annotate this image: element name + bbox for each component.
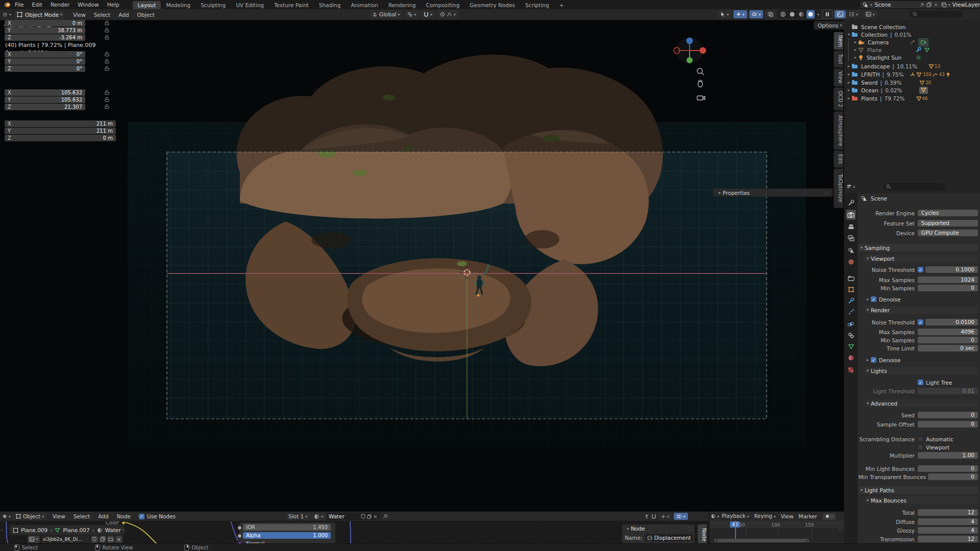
menu-edit[interactable]: Edit bbox=[28, 0, 46, 9]
lock-icon[interactable] bbox=[105, 28, 109, 34]
outliner-filter-dropdown[interactable]: ▾ bbox=[863, 10, 877, 18]
timeline-track-area[interactable] bbox=[709, 528, 844, 539]
timeline-ruler[interactable]: 50 100 150 40 bbox=[709, 521, 844, 529]
feature-set-dropdown[interactable]: Supported bbox=[918, 220, 978, 227]
sidebar-tab-view[interactable]: View bbox=[834, 68, 843, 87]
playhead-line[interactable] bbox=[735, 521, 736, 539]
workspace-tab-modeling[interactable]: Modeling bbox=[161, 1, 195, 10]
outliner-search-input[interactable] bbox=[910, 11, 963, 18]
max-samples-field[interactable]: 1024 bbox=[918, 277, 978, 283]
proportional-editing-toggle[interactable]: ▾ bbox=[437, 10, 458, 18]
viewport-3d-scene[interactable] bbox=[0, 20, 844, 511]
tab-particles[interactable] bbox=[846, 307, 856, 317]
lock-icon[interactable] bbox=[105, 97, 109, 103]
scene-selector[interactable]: ▾ Scene × bbox=[861, 1, 940, 8]
selectability-visibility-dropdown[interactable]: ▾ bbox=[718, 10, 731, 18]
editor-type-button[interactable]: ▾ bbox=[3, 11, 11, 19]
shading-rendered-icon[interactable] bbox=[806, 10, 815, 18]
close-icon[interactable]: × bbox=[934, 2, 938, 8]
add-workspace-button[interactable]: + bbox=[554, 1, 569, 10]
sidebar-tab-edit[interactable]: Edit bbox=[834, 151, 843, 168]
unlink-icon[interactable]: × bbox=[373, 513, 378, 519]
sidebar-tab-item[interactable]: Item bbox=[834, 32, 843, 50]
multiplier-field[interactable]: 1.00 bbox=[918, 452, 978, 459]
camera-render-visibility-icon[interactable] bbox=[918, 38, 928, 46]
shader-type-dropdown[interactable]: Object▾ bbox=[13, 513, 46, 520]
menu-keying[interactable]: Keying▾ bbox=[752, 511, 778, 521]
blender-logo-icon[interactable] bbox=[3, 1, 11, 9]
tab-object[interactable] bbox=[846, 284, 856, 294]
expand-icon[interactable]: ▸ bbox=[846, 96, 851, 101]
diffuse-field[interactable]: 4 bbox=[918, 518, 978, 525]
rotation-z-field[interactable]: Z0° bbox=[5, 65, 85, 72]
menu-playback[interactable]: Playback▾ bbox=[719, 511, 752, 521]
lock-icon[interactable] bbox=[105, 104, 109, 110]
open-folder-icon[interactable] bbox=[107, 536, 114, 543]
workspace-tab-uv-editing[interactable]: UV Editing bbox=[231, 1, 269, 10]
noise-threshold-checkbox[interactable]: ✓ bbox=[918, 267, 923, 272]
menu-add[interactable]: Add bbox=[114, 10, 133, 19]
tab-scene[interactable] bbox=[846, 245, 856, 256]
menu-window[interactable]: Window bbox=[74, 0, 103, 9]
snap-magnet-icon[interactable] bbox=[651, 514, 656, 519]
shading-material-icon[interactable] bbox=[797, 10, 805, 18]
tab-material[interactable] bbox=[846, 353, 856, 363]
workspace-tab-rendering[interactable]: Rendering bbox=[383, 1, 421, 10]
region-expand-icon[interactable]: › bbox=[1, 527, 3, 532]
section-viewport[interactable]: ▾Viewport bbox=[865, 255, 978, 262]
menu-view[interactable]: View bbox=[48, 512, 69, 521]
material-browse-button[interactable]: ▾ bbox=[311, 513, 326, 520]
seed-field[interactable]: 0 bbox=[918, 412, 978, 418]
gizmos-toggle[interactable]: ▾ bbox=[733, 10, 747, 18]
sidebar-tab-tooptimize[interactable]: ToOptimize bbox=[834, 168, 843, 208]
outliner-row-plants[interactable]: ▸ Plants |79.72% 46 bbox=[844, 94, 980, 102]
dimensions-z-field[interactable]: Z0 m bbox=[5, 135, 116, 141]
menu-select[interactable]: Select bbox=[90, 10, 114, 19]
editor-type-button[interactable]: ▾ bbox=[711, 512, 719, 520]
menu-marker[interactable]: Marker bbox=[796, 512, 820, 521]
workspace-tab-sculpting[interactable]: Sculpting bbox=[195, 1, 231, 10]
location-z-field[interactable]: Z-3.264 m bbox=[5, 34, 85, 41]
workspace-tab-layout[interactable]: Layout bbox=[133, 1, 161, 10]
outliner-row-ocean[interactable]: ▸ Ocean |0.02% bbox=[844, 86, 980, 94]
section-render[interactable]: ▾Render bbox=[865, 306, 978, 314]
sidebar-tab-tool[interactable]: Tool bbox=[834, 51, 843, 68]
tab-constraints[interactable] bbox=[846, 330, 856, 340]
xray-toggle[interactable] bbox=[765, 10, 776, 18]
snap-target-dropdown[interactable]: ▾ bbox=[405, 10, 419, 18]
copy-icon[interactable] bbox=[99, 536, 106, 543]
denoise-render-row[interactable]: ▸✓Denoise bbox=[865, 356, 980, 364]
lock-icon[interactable] bbox=[105, 66, 109, 72]
lock-icon[interactable] bbox=[105, 35, 109, 41]
breadcrumb-mesh[interactable]: Plane.007 bbox=[63, 527, 89, 533]
section-advanced[interactable]: ▾Advanced bbox=[865, 399, 978, 407]
mode-selector[interactable]: Object Mode▾ bbox=[14, 11, 65, 19]
menu-select[interactable]: Select bbox=[69, 512, 94, 521]
outliner-row-scene-collection[interactable]: Scene Collection bbox=[844, 23, 980, 31]
insert-keyframe-arrow-icon[interactable] bbox=[644, 514, 649, 519]
workspace-tab-shading[interactable]: Shading bbox=[314, 1, 346, 10]
timeline-scrollbar[interactable] bbox=[714, 539, 809, 542]
lock-icon[interactable] bbox=[105, 20, 109, 27]
menu-file[interactable]: File bbox=[11, 0, 28, 9]
auto-keying-button[interactable]: ▾ bbox=[823, 513, 836, 520]
section-lights[interactable]: ▾Lights bbox=[865, 367, 978, 374]
total-field[interactable]: 12 bbox=[918, 509, 978, 516]
properties-breadcrumb[interactable]: Scene bbox=[861, 195, 887, 202]
lock-icon[interactable] bbox=[105, 59, 109, 65]
image-name-field[interactable]: si3jbb2a_8K_Di... bbox=[41, 536, 90, 543]
workspace-tab-compositing[interactable]: Compositing bbox=[421, 1, 465, 10]
options-button[interactable]: Options▾ bbox=[814, 21, 846, 30]
node-name-field[interactable]: Displacement bbox=[645, 534, 693, 541]
tab-render[interactable] bbox=[846, 210, 856, 220]
properties-collapsed-panel[interactable]: ▸Properties ∷ bbox=[713, 188, 833, 197]
expand-icon[interactable]: ▸ bbox=[846, 72, 851, 77]
overlay-toggle[interactable]: ▾ bbox=[674, 513, 688, 520]
outliner-row-sword[interactable]: ▸ Sword |0.39% 20 bbox=[844, 79, 980, 86]
alpha-slider[interactable]: Alpha1.000 bbox=[243, 532, 331, 539]
tab-physics[interactable] bbox=[846, 319, 856, 329]
noise-threshold-field[interactable]: 0.0100 bbox=[925, 319, 978, 325]
material-name-field[interactable]: Water × bbox=[327, 513, 380, 520]
scale-y-field[interactable]: Y105.632 bbox=[5, 96, 85, 103]
tab-output[interactable] bbox=[846, 222, 856, 232]
